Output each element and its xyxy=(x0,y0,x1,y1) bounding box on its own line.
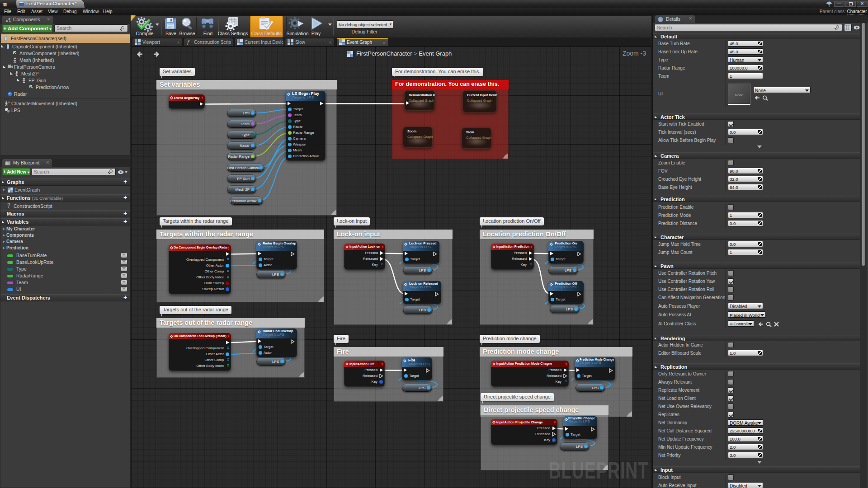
svg-text:f: f xyxy=(187,39,190,45)
svg-text:f: f xyxy=(8,203,10,208)
svg-text:u: u xyxy=(3,0,7,8)
